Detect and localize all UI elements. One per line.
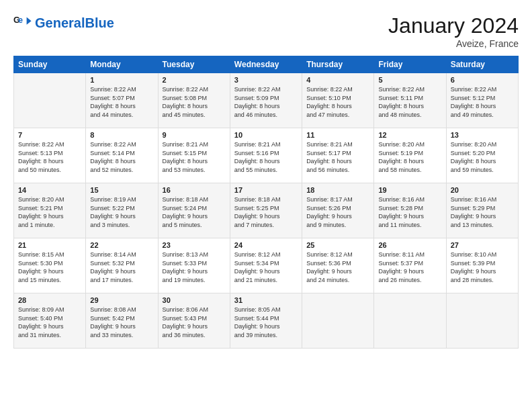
calendar-cell: 13Sunrise: 8:20 AMSunset: 5:20 PMDayligh… xyxy=(446,128,518,183)
cell-content: Sunrise: 8:22 AMSunset: 5:11 PMDaylight:… xyxy=(378,85,441,119)
day-number: 12 xyxy=(378,131,441,139)
day-number: 31 xyxy=(234,296,298,304)
week-row-5: 28Sunrise: 8:09 AMSunset: 5:40 PMDayligh… xyxy=(14,293,519,349)
day-number: 15 xyxy=(90,186,153,194)
calendar-cell: 26Sunrise: 8:11 AMSunset: 5:37 PMDayligh… xyxy=(374,238,446,293)
cell-content: Sunrise: 8:20 AMSunset: 5:20 PMDaylight:… xyxy=(451,140,514,174)
day-header-tuesday: Tuesday xyxy=(158,56,230,73)
day-header-friday: Friday xyxy=(374,56,446,73)
cell-content: Sunrise: 8:16 AMSunset: 5:28 PMDaylight:… xyxy=(378,195,441,229)
day-header-monday: Monday xyxy=(86,56,158,73)
calendar-cell: 1Sunrise: 8:22 AMSunset: 5:07 PMDaylight… xyxy=(86,73,158,128)
logo-icon: G e xyxy=(13,13,32,32)
day-number: 30 xyxy=(163,296,226,304)
header: G e GeneralBlue January 2024 Aveize, Fra… xyxy=(13,13,519,49)
cell-content: Sunrise: 8:22 AMSunset: 5:08 PMDaylight:… xyxy=(163,85,226,119)
calendar-cell: 7Sunrise: 8:22 AMSunset: 5:13 PMDaylight… xyxy=(14,128,86,183)
calendar-cell: 21Sunrise: 8:15 AMSunset: 5:30 PMDayligh… xyxy=(14,238,86,293)
calendar-cell: 11Sunrise: 8:21 AMSunset: 5:17 PMDayligh… xyxy=(302,128,374,183)
calendar-cell: 24Sunrise: 8:12 AMSunset: 5:34 PMDayligh… xyxy=(230,238,302,293)
calendar-cell: 30Sunrise: 8:06 AMSunset: 5:43 PMDayligh… xyxy=(158,293,230,349)
calendar-cell xyxy=(14,73,86,128)
week-row-1: 1Sunrise: 8:22 AMSunset: 5:07 PMDaylight… xyxy=(14,73,519,128)
week-row-2: 7Sunrise: 8:22 AMSunset: 5:13 PMDaylight… xyxy=(14,128,519,183)
calendar-cell: 31Sunrise: 8:05 AMSunset: 5:44 PMDayligh… xyxy=(230,293,302,349)
day-number: 2 xyxy=(163,76,226,84)
cell-content: Sunrise: 8:12 AMSunset: 5:36 PMDaylight:… xyxy=(306,250,369,284)
day-number: 23 xyxy=(163,241,226,249)
cell-content: Sunrise: 8:08 AMSunset: 5:42 PMDaylight:… xyxy=(90,306,153,339)
calendar-cell: 23Sunrise: 8:13 AMSunset: 5:33 PMDayligh… xyxy=(158,238,230,293)
cell-content: Sunrise: 8:22 AMSunset: 5:12 PMDaylight:… xyxy=(451,85,514,119)
day-number: 4 xyxy=(306,76,369,84)
calendar-cell: 19Sunrise: 8:16 AMSunset: 5:28 PMDayligh… xyxy=(374,183,446,238)
cell-content: Sunrise: 8:19 AMSunset: 5:22 PMDaylight:… xyxy=(90,195,153,229)
day-header-saturday: Saturday xyxy=(446,56,518,73)
calendar-cell: 6Sunrise: 8:22 AMSunset: 5:12 PMDaylight… xyxy=(446,73,518,128)
cell-content: Sunrise: 8:22 AMSunset: 5:10 PMDaylight:… xyxy=(306,85,369,119)
day-number: 6 xyxy=(451,76,514,84)
day-number: 26 xyxy=(378,241,441,249)
calendar-cell: 18Sunrise: 8:17 AMSunset: 5:26 PMDayligh… xyxy=(302,183,374,238)
header-row: SundayMondayTuesdayWednesdayThursdayFrid… xyxy=(14,56,519,73)
day-number: 9 xyxy=(163,131,226,139)
calendar-cell: 20Sunrise: 8:16 AMSunset: 5:29 PMDayligh… xyxy=(446,183,518,238)
day-number: 22 xyxy=(90,241,153,249)
page: G e GeneralBlue January 2024 Aveize, Fra… xyxy=(0,0,532,411)
cell-content: Sunrise: 8:17 AMSunset: 5:26 PMDaylight:… xyxy=(306,195,369,229)
calendar-cell: 29Sunrise: 8:08 AMSunset: 5:42 PMDayligh… xyxy=(86,293,158,349)
week-row-3: 14Sunrise: 8:20 AMSunset: 5:21 PMDayligh… xyxy=(14,183,519,238)
day-number: 1 xyxy=(90,76,153,84)
cell-content: Sunrise: 8:06 AMSunset: 5:43 PMDaylight:… xyxy=(163,306,226,339)
location: Aveize, France xyxy=(388,38,519,49)
cell-content: Sunrise: 8:21 AMSunset: 5:15 PMDaylight:… xyxy=(163,140,226,174)
calendar-cell xyxy=(374,293,446,349)
cell-content: Sunrise: 8:22 AMSunset: 5:14 PMDaylight:… xyxy=(90,140,153,174)
cell-content: Sunrise: 8:20 AMSunset: 5:19 PMDaylight:… xyxy=(378,140,441,174)
cell-content: Sunrise: 8:15 AMSunset: 5:30 PMDaylight:… xyxy=(18,250,81,284)
cell-content: Sunrise: 8:18 AMSunset: 5:25 PMDaylight:… xyxy=(234,195,298,229)
calendar-cell: 9Sunrise: 8:21 AMSunset: 5:15 PMDaylight… xyxy=(158,128,230,183)
day-number: 7 xyxy=(18,131,81,139)
calendar-cell: 5Sunrise: 8:22 AMSunset: 5:11 PMDaylight… xyxy=(374,73,446,128)
day-number: 28 xyxy=(18,296,81,304)
month-title: January 2024 xyxy=(388,13,519,38)
calendar-cell: 4Sunrise: 8:22 AMSunset: 5:10 PMDaylight… xyxy=(302,73,374,128)
cell-content: Sunrise: 8:05 AMSunset: 5:44 PMDaylight:… xyxy=(234,306,298,339)
calendar-table: SundayMondayTuesdayWednesdayThursdayFrid… xyxy=(13,56,519,349)
calendar-cell xyxy=(446,293,518,349)
calendar-cell: 8Sunrise: 8:22 AMSunset: 5:14 PMDaylight… xyxy=(86,128,158,183)
day-number: 11 xyxy=(306,131,369,139)
calendar-cell: 25Sunrise: 8:12 AMSunset: 5:36 PMDayligh… xyxy=(302,238,374,293)
logo-blue: Blue xyxy=(85,15,114,30)
cell-content: Sunrise: 8:11 AMSunset: 5:37 PMDaylight:… xyxy=(378,250,441,284)
week-row-4: 21Sunrise: 8:15 AMSunset: 5:30 PMDayligh… xyxy=(14,238,519,293)
day-number: 5 xyxy=(378,76,441,84)
day-number: 16 xyxy=(163,186,226,194)
day-number: 29 xyxy=(90,296,153,304)
svg-marker-2 xyxy=(27,17,32,25)
day-number: 19 xyxy=(378,186,441,194)
day-number: 13 xyxy=(451,131,514,139)
logo: G e GeneralBlue xyxy=(13,13,114,32)
title-block: January 2024 Aveize, France xyxy=(388,13,519,49)
calendar-cell: 17Sunrise: 8:18 AMSunset: 5:25 PMDayligh… xyxy=(230,183,302,238)
day-number: 18 xyxy=(306,186,369,194)
calendar-cell: 15Sunrise: 8:19 AMSunset: 5:22 PMDayligh… xyxy=(86,183,158,238)
calendar-cell: 14Sunrise: 8:20 AMSunset: 5:21 PMDayligh… xyxy=(14,183,86,238)
day-number: 3 xyxy=(234,76,298,84)
cell-content: Sunrise: 8:12 AMSunset: 5:34 PMDaylight:… xyxy=(234,250,298,284)
day-number: 17 xyxy=(234,186,298,194)
calendar-cell: 3Sunrise: 8:22 AMSunset: 5:09 PMDaylight… xyxy=(230,73,302,128)
calendar-cell: 27Sunrise: 8:10 AMSunset: 5:39 PMDayligh… xyxy=(446,238,518,293)
cell-content: Sunrise: 8:22 AMSunset: 5:09 PMDaylight:… xyxy=(234,85,298,119)
cell-content: Sunrise: 8:21 AMSunset: 5:17 PMDaylight:… xyxy=(306,140,369,174)
calendar-cell: 10Sunrise: 8:21 AMSunset: 5:16 PMDayligh… xyxy=(230,128,302,183)
day-number: 10 xyxy=(234,131,298,139)
svg-text:e: e xyxy=(18,15,23,25)
calendar-cell: 12Sunrise: 8:20 AMSunset: 5:19 PMDayligh… xyxy=(374,128,446,183)
day-number: 25 xyxy=(306,241,369,249)
cell-content: Sunrise: 8:10 AMSunset: 5:39 PMDaylight:… xyxy=(451,250,514,284)
cell-content: Sunrise: 8:22 AMSunset: 5:07 PMDaylight:… xyxy=(90,85,153,119)
calendar-cell: 22Sunrise: 8:14 AMSunset: 5:32 PMDayligh… xyxy=(86,238,158,293)
